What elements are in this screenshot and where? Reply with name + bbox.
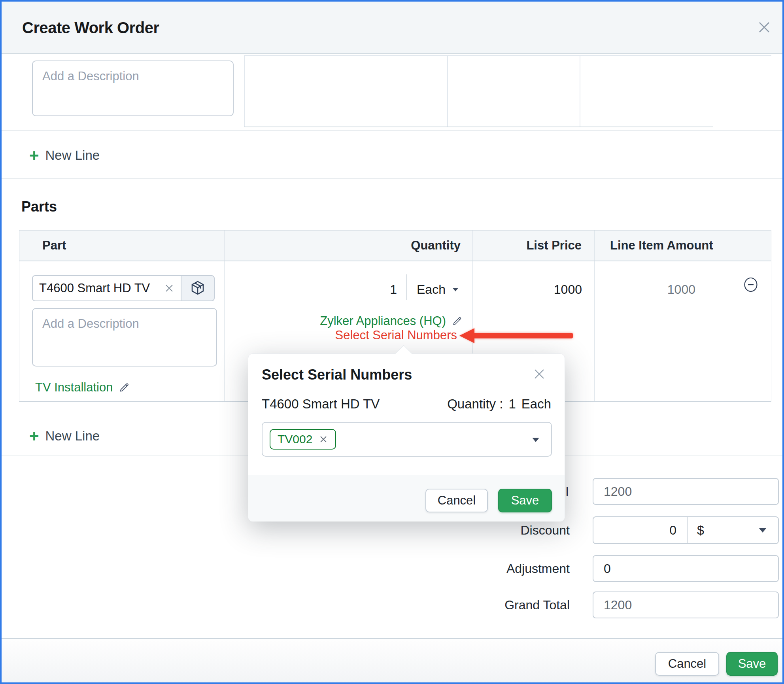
serial-chip: TV002 <box>270 429 336 450</box>
top-row-cell-border <box>580 55 580 127</box>
popup-cancel-button[interactable]: Cancel <box>425 489 488 512</box>
column-header-list-price: List Price <box>494 231 582 261</box>
product-cube-icon <box>189 280 206 297</box>
top-row-cell-border <box>244 55 245 127</box>
popup-quantity-value: 1 <box>508 397 516 412</box>
top-row-cell-border <box>447 55 448 127</box>
column-header-line-item-amount: Line Item Amount <box>610 231 713 261</box>
currency-symbol: $ <box>697 523 704 538</box>
select-product-button[interactable] <box>181 275 215 301</box>
add-new-line-button-parts[interactable]: + New Line <box>29 427 100 445</box>
close-icon <box>756 19 772 36</box>
column-header-part: Part <box>42 231 66 261</box>
top-row-cells-bottom-border <box>244 127 713 127</box>
minus-circle-icon <box>742 276 759 295</box>
edit-service-icon[interactable] <box>118 382 130 393</box>
part-lookup-input[interactable]: T4600 Smart HD TV <box>32 275 181 301</box>
quantity-unit-separator <box>406 274 407 300</box>
grand-total-field: 1200 <box>593 591 779 618</box>
sub-total-field: 1200 <box>593 478 779 505</box>
add-new-line-button-top[interactable]: + New Line <box>29 146 100 164</box>
parts-table-header: Part Quantity List Price Line Item Amoun… <box>19 230 771 261</box>
warehouse-link[interactable]: Zylker Appliances (HQ) <box>320 314 446 328</box>
part-description-wrap <box>32 308 217 367</box>
popup-footer: Cancel Save <box>248 475 565 522</box>
part-name-value: T4600 Smart HD TV <box>39 281 164 295</box>
discount-value-input[interactable]: 0 <box>593 517 687 543</box>
popup-close-button[interactable] <box>530 365 549 384</box>
popup-item-name: T4600 Smart HD TV <box>262 397 380 412</box>
clear-part-icon[interactable] <box>164 283 174 293</box>
popup-title: Select Serial Numbers <box>262 367 412 383</box>
create-work-order-modal: Create Work Order + New Line Parts Part … <box>0 0 784 684</box>
popup-quantity-unit: Each <box>521 397 551 412</box>
select-serial-numbers-popup: Select Serial Numbers T4600 Smart HD TV … <box>248 353 565 522</box>
quantity-input[interactable]: 1 <box>349 279 397 300</box>
unit-dropdown[interactable]: Each <box>417 279 459 300</box>
adjustment-label: Adjustment <box>471 555 570 582</box>
popup-save-button[interactable]: Save <box>498 489 552 512</box>
plus-icon: + <box>29 428 39 444</box>
popup-quantity-label: Quantity : <box>447 397 503 412</box>
select-serial-numbers-link[interactable]: Select Serial Numbers <box>259 328 457 342</box>
description-field-wrap <box>32 60 234 116</box>
remove-serial-icon[interactable] <box>319 435 328 444</box>
work-order-description-input[interactable] <box>32 60 234 116</box>
remove-line-button[interactable] <box>741 275 761 295</box>
discount-type-dropdown[interactable]: $ <box>688 517 778 543</box>
column-header-quantity: Quantity <box>298 231 461 261</box>
list-price-value: 1000 <box>488 279 582 300</box>
close-icon <box>532 367 546 382</box>
caret-down-icon <box>453 287 459 291</box>
column-border <box>224 231 225 261</box>
modal-header: Create Work Order <box>2 2 782 54</box>
popup-quantity-line: Quantity : 1 Each <box>447 397 551 412</box>
annotation-arrow-icon <box>459 328 474 343</box>
parts-section-heading: Parts <box>21 198 57 215</box>
service-row: TV Installation <box>35 380 130 395</box>
section-divider <box>2 130 782 131</box>
unit-value: Each <box>417 282 446 297</box>
part-description-input[interactable] <box>32 308 217 367</box>
edit-warehouse-icon[interactable] <box>452 316 463 327</box>
column-border <box>224 261 225 401</box>
plus-icon: + <box>29 147 39 163</box>
page-title: Create Work Order <box>22 2 159 54</box>
caret-down-icon <box>759 528 766 533</box>
column-border <box>594 231 595 261</box>
column-border <box>472 231 473 261</box>
serial-number-select[interactable]: TV002 <box>262 422 552 457</box>
discount-field-group: 0 $ <box>593 516 779 544</box>
service-link[interactable]: TV Installation <box>35 380 113 395</box>
new-line-label: New Line <box>45 429 100 444</box>
line-item-amount-value: 1000 <box>610 279 695 300</box>
warehouse-row: Zylker Appliances (HQ) <box>259 312 463 330</box>
annotation-arrow-shaft <box>473 333 573 338</box>
top-row-cells-top-border <box>244 55 771 56</box>
cancel-button[interactable]: Cancel <box>655 652 719 676</box>
caret-down-icon[interactable] <box>532 438 539 442</box>
grand-total-label: Grand Total <box>471 591 570 618</box>
column-border <box>594 261 595 401</box>
save-button[interactable]: Save <box>726 652 778 676</box>
close-modal-button[interactable] <box>755 18 774 37</box>
adjustment-input[interactable]: 0 <box>593 555 779 582</box>
serial-chip-label: TV002 <box>278 433 312 446</box>
new-line-label: New Line <box>45 148 100 163</box>
section-divider <box>2 178 782 179</box>
